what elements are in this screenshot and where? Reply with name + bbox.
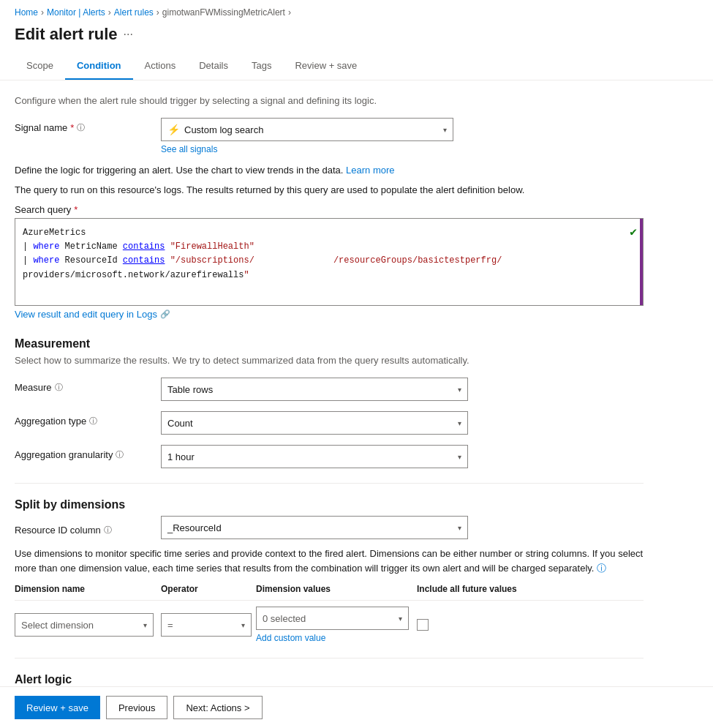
dim-header-name: Dimension name [15,584,161,594]
aggregation-type-label: Aggregation type [15,416,86,427]
aggregation-type-info-icon[interactable]: ⓘ [89,416,97,427]
tab-details[interactable]: Details [187,53,240,80]
dimensions-note-info-icon[interactable]: ⓘ [597,563,606,574]
query-line-2: | where MetricName contains "FirewallHea… [23,240,635,254]
measure-chevron: ▾ [458,386,461,394]
tab-scope[interactable]: Scope [15,53,65,80]
query-accent-bar [640,219,643,305]
tab-review-save[interactable]: Review + save [283,53,369,80]
aggregation-type-value: Count [167,418,193,429]
signal-icon: ⚡ [167,124,180,135]
query-line-1: AzureMetrics [23,226,635,240]
dimensions-note: Use dimensions to monitor specific time … [15,547,644,575]
query-valid-icon: ✔ [630,225,637,239]
breadcrumb-home[interactable]: Home [15,7,38,18]
alert-logic-title: Alert logic [15,673,644,686]
breadcrumb-monitor[interactable]: Monitor | Alerts [47,7,105,18]
view-result-link[interactable]: View result and edit query in Logs 🔗 [15,309,644,320]
resource-id-info-icon[interactable]: ⓘ [104,525,112,536]
signal-dropdown-chevron: ▾ [443,126,447,134]
dimension-values-placeholder: 0 selected [263,613,306,624]
aggregation-granularity-field: Aggregation granularity ⓘ 1 hour ▾ [15,445,644,468]
section-divider-1 [15,483,644,484]
tabs-nav: Scope Condition Actions Details Tags Rev… [0,53,713,80]
aggregation-type-dropdown[interactable]: Count ▾ [161,411,468,435]
measure-dropdown[interactable]: Table rows ▾ [161,378,468,401]
breadcrumb: Home › Monitor | Alerts › Alert rules › … [0,0,713,22]
resource-id-field: Resource ID column ⓘ _ResourceId ▾ [15,516,644,539]
measurement-desc: Select how to summarize the results. We … [15,355,644,366]
breadcrumb-current: gimotwanFWMissingMetricAlert [162,7,285,18]
add-custom-value-link[interactable]: Add custom value [256,633,417,643]
aggregation-granularity-chevron: ▾ [458,453,461,461]
footer: Review + save Previous Next: Actions > [0,686,713,728]
main-content: Configure when the alert rule should tri… [0,80,658,728]
resource-id-column-label: Resource ID column [15,525,101,536]
signal-name-info-icon[interactable]: ⓘ [77,122,85,133]
aggregation-type-field: Aggregation type ⓘ Count ▾ [15,411,644,435]
measurement-title: Measurement [15,337,644,350]
see-all-signals-link[interactable]: See all signals [161,144,468,154]
tab-tags[interactable]: Tags [240,53,283,80]
tab-condition[interactable]: Condition [65,53,133,80]
dim-header-values: Dimension values [256,584,417,594]
aggregation-type-chevron: ▾ [458,419,461,427]
dimension-values-dropdown[interactable]: 0 selected ▾ [256,607,409,630]
measurement-section: Measurement Select how to summarize the … [15,337,644,468]
dimension-operator-dropdown[interactable]: = ▾ [161,613,252,637]
measure-value: Table rows [167,384,213,395]
page-header: Edit alert rule ··· [0,22,713,53]
external-link-icon: 🔗 [160,309,170,319]
next-actions-button[interactable]: Next: Actions > [173,696,262,719]
dim-header-future: Include all future values [417,584,644,594]
dimension-name-dropdown[interactable]: Select dimension ▾ [15,613,154,637]
query-line-4: providers/microsoft.network/azurefirewal… [23,269,635,282]
search-query-label: Search query [15,204,71,215]
split-by-dimensions-section: Split by dimensions Resource ID column ⓘ… [15,498,644,643]
aggregation-granularity-info-icon[interactable]: ⓘ [116,449,124,460]
previous-button[interactable]: Previous [106,696,168,719]
dimension-values-chevron: ▾ [399,615,402,623]
learn-more-link[interactable]: Learn more [346,165,394,176]
measure-info-icon[interactable]: ⓘ [55,382,63,393]
query-line-3: | where ResourceId contains "/subscripti… [23,254,635,268]
breadcrumb-alert-rules[interactable]: Alert rules [114,7,154,18]
dim-header-operator: Operator [161,584,256,594]
resource-id-value: _ResourceId [167,522,222,533]
query-desc: The query to run on this resource's logs… [15,184,644,195]
dimension-operator-value: = [167,620,173,631]
aggregation-granularity-dropdown[interactable]: 1 hour ▾ [161,445,468,468]
page-title: Edit alert rule [15,25,118,44]
resource-id-dropdown[interactable]: _ResourceId ▾ [161,516,468,539]
measure-label: Measure [15,382,52,393]
dimension-name-placeholder: Select dimension [21,620,94,631]
split-title: Split by dimensions [15,498,644,511]
signal-name-field: Signal name * ⓘ ⚡ Custom log search ▾ Se… [15,118,644,154]
resource-id-chevron: ▾ [458,524,461,532]
review-save-button[interactable]: Review + save [15,696,100,719]
signal-name-label: Signal name [15,122,67,133]
measure-field: Measure ⓘ Table rows ▾ [15,378,644,401]
dimension-row: Select dimension ▾ = ▾ 0 selected ▾ Add [15,607,644,643]
tab-actions[interactable]: Actions [133,53,188,80]
search-query-editor[interactable]: AzureMetrics | where MetricName contains… [15,218,644,306]
dimension-operator-chevron: ▾ [241,621,245,629]
signal-name-dropdown[interactable]: ⚡ Custom log search ▾ [161,118,453,141]
aggregation-granularity-value: 1 hour [167,451,195,462]
dimensions-header: Dimension name Operator Dimension values… [15,584,644,601]
signal-name-value: Custom log search [184,124,263,135]
more-options-button[interactable]: ··· [124,28,133,41]
condition-desc: Configure when the alert rule should tri… [15,95,644,106]
section-divider-2 [15,658,644,658]
include-future-values-checkbox[interactable] [417,619,429,631]
define-logic-text: Define the logic for triggering an alert… [15,165,644,176]
aggregation-granularity-label: Aggregation granularity [15,449,113,460]
dimension-name-chevron: ▾ [143,621,147,629]
